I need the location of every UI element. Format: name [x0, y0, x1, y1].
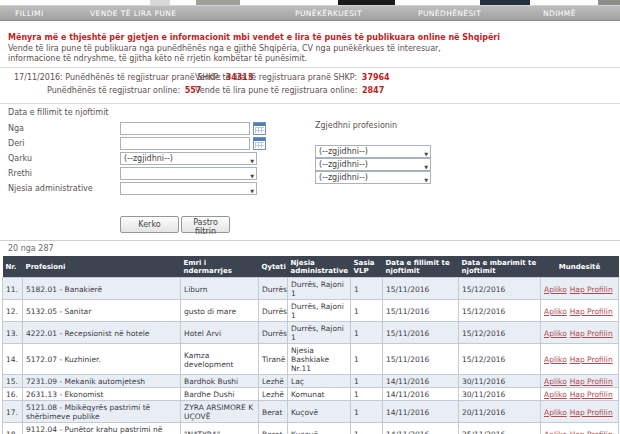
cell-fillimi: 14/11/2016	[383, 423, 459, 434]
pastro-filtrin-button[interactable]: Pastro filtrin	[181, 216, 230, 233]
cell-mundesite: AplikoHap Profilin	[541, 322, 619, 344]
cell-sasia: 1	[351, 344, 383, 375]
cell-nr: 16.	[3, 388, 23, 401]
cell-qyteti: Lezhë	[259, 375, 288, 388]
nav-item-fillimi[interactable]: FILLIMI	[15, 9, 44, 18]
col-header-mundesite: Mundesitë	[541, 256, 619, 278]
cell-emri: Liburn	[181, 278, 259, 300]
nga-label: Nga	[8, 124, 24, 133]
nav-item-punedhenesit[interactable]: PUNËDHËNËSIT	[418, 9, 481, 18]
stat-vacancies-online-value: 2847	[362, 86, 384, 95]
apliko-link[interactable]: Apliko	[544, 377, 567, 386]
cell-njesia: Komunat	[288, 388, 351, 401]
cell-sasia: 1	[351, 423, 383, 434]
cell-mbarimi: 30/11/2016	[459, 388, 541, 401]
hap-profilin-link[interactable]: Hap Profilin	[570, 307, 613, 316]
nav-item-punekerkuesit[interactable]: PUNËKËRKUESIT	[295, 9, 362, 18]
cell-fillimi: 15/11/2016	[383, 322, 459, 344]
results-count: 20 nga 287	[8, 244, 54, 253]
cell-mbarimi: 30/11/2016	[459, 375, 541, 388]
cell-emri: gusto di mare	[181, 300, 259, 322]
cell-mundesite: AplikoHap Profilin	[541, 375, 619, 388]
calendar-icon[interactable]	[253, 137, 266, 150]
hap-profilin-link[interactable]: Hap Profilin	[570, 355, 613, 364]
cell-njesia: Durrës, Rajoni 1	[288, 322, 351, 344]
apliko-link[interactable]: Apliko	[544, 329, 567, 338]
table-row: 17.5121.08 - Mbikëqyrës pastrimi të shër…	[3, 401, 619, 423]
intro-line-1: Vende të lira pune të publikuara nga pun…	[8, 44, 441, 53]
hap-profilin-link[interactable]: Hap Profilin	[570, 377, 613, 386]
cell-mbarimi: 15/12/2016	[459, 278, 541, 300]
cell-sasia: 1	[351, 401, 383, 423]
hap-profilin-link[interactable]: Hap Profilin	[570, 430, 613, 434]
cell-emri: Kamza development	[181, 344, 259, 375]
cell-mbarimi: 20/11/2016	[459, 401, 541, 423]
calendar-icon[interactable]	[253, 122, 266, 135]
apliko-link[interactable]: Apliko	[544, 355, 567, 364]
cell-mundesite: AplikoHap Profilin	[541, 278, 619, 300]
date-section-label: Data e fillimit te njoftimit	[8, 108, 109, 117]
stat-date: 17/11/2016:	[14, 73, 63, 82]
table-header-row: Nr. Profesioni Emri i ndermarrjes Qyteti…	[3, 256, 619, 278]
cell-nr: 18.	[3, 423, 23, 434]
profession-select-1[interactable]: (--zgjidhni--)	[315, 145, 431, 158]
cell-sasia: 1	[351, 388, 383, 401]
hap-profilin-link[interactable]: Hap Profilin	[570, 408, 613, 417]
stat-employers-online-label: Punëdhënës të regjistruar online:	[47, 86, 180, 95]
rrethi-label: Rrethi	[8, 169, 32, 178]
profession-select-3[interactable]: (--zgjidhni--)	[315, 171, 431, 184]
apliko-link[interactable]: Apliko	[544, 307, 567, 316]
cell-mbarimi: 25/11/2016	[459, 423, 541, 434]
hap-profilin-link[interactable]: Hap Profilin	[570, 329, 613, 338]
nav-item-ndihme[interactable]: NDIHMË	[543, 9, 576, 18]
profession-select-2[interactable]: (--zgjidhni--)	[315, 158, 431, 171]
cell-qyteti: Durrës	[259, 278, 288, 300]
cell-qyteti: Durrës	[259, 322, 288, 344]
stat-vacancies-online: Vende të lira pune të regjistruara onlin…	[195, 86, 384, 95]
table-row: 14.5172.07 - Kuzhinier.Kamza development…	[3, 344, 619, 375]
hap-profilin-link[interactable]: Hap Profilin	[570, 390, 613, 399]
rrethi-select[interactable]	[120, 167, 257, 180]
stat-vacancies-online-label: Vende të lira pune të regjistruara onlin…	[195, 86, 357, 95]
cell-njesia: Kuçovë	[288, 401, 351, 423]
apliko-link[interactable]: Apliko	[544, 408, 567, 417]
kerko-button[interactable]: Kerko	[120, 216, 179, 233]
cell-qyteti: Durrës	[259, 300, 288, 322]
cell-fillimi: 14/11/2016	[383, 388, 459, 401]
cell-emri: "NATYRA"	[181, 423, 259, 434]
cell-profesioni: 5172.07 - Kuzhinier.	[23, 344, 181, 375]
table-row: 13.4222.01 - Recepsionist në hoteleHotel…	[3, 322, 619, 344]
job-table-wrap: Nr. Profesioni Emri i ndermarrjes Qyteti…	[2, 256, 618, 434]
apliko-link[interactable]: Apliko	[544, 285, 567, 294]
cell-mbarimi: 15/12/2016	[459, 300, 541, 322]
qarku-select[interactable]: (--zgjidhni--)	[120, 152, 257, 165]
nav-item-vende-te-lira-pune[interactable]: VENDE TË LIRA PUNE	[90, 9, 176, 18]
stat-vacancies-shkp-label: Vende të lira të regjistruara pranë SHKP…	[195, 73, 357, 82]
intro-line-2: informacione të ndryshme, të gjitha këto…	[8, 54, 307, 63]
date-from-input[interactable]	[120, 122, 250, 135]
table-row: 16.2631.13 - EkonomistBardhe DushiLezhëK…	[3, 388, 619, 401]
cell-mbarimi: 15/12/2016	[459, 322, 541, 344]
cell-qyteti: Tiranë	[259, 344, 288, 375]
cell-njesia: Njesia Bashkiake Nr.11	[288, 344, 351, 375]
cell-mundesite: AplikoHap Profilin	[541, 300, 619, 322]
col-header-nr: Nr.	[3, 256, 23, 278]
date-to-input[interactable]	[120, 137, 250, 150]
profession-section-label: Zgjedhni profesionin	[315, 121, 397, 130]
col-header-profesioni: Profesioni	[23, 256, 181, 278]
col-header-njesia: Njesia administrative	[288, 256, 351, 278]
hap-profilin-link[interactable]: Hap Profilin	[570, 285, 613, 294]
njesia-administrative-select[interactable]	[120, 182, 257, 195]
stat-vacancies-shkp: Vende të lira të regjistruara pranë SHKP…	[195, 73, 390, 82]
main-navbar: FILLIMI VENDE TË LIRA PUNE PUNËKËRKUESIT…	[0, 5, 620, 21]
cell-sasia: 1	[351, 375, 383, 388]
apliko-link[interactable]: Apliko	[544, 430, 567, 434]
cell-profesioni: 9112.04 - Punëtor krahu pastrimi në rest…	[23, 423, 181, 434]
cell-mundesite: AplikoHap Profilin	[541, 423, 619, 434]
cell-sasia: 1	[351, 300, 383, 322]
divider	[0, 103, 620, 104]
cell-emri: Bardhe Dushi	[181, 388, 259, 401]
apliko-link[interactable]: Apliko	[544, 390, 567, 399]
cell-nr: 14.	[3, 344, 23, 375]
col-header-emri: Emri i ndermarrjes	[181, 256, 259, 278]
